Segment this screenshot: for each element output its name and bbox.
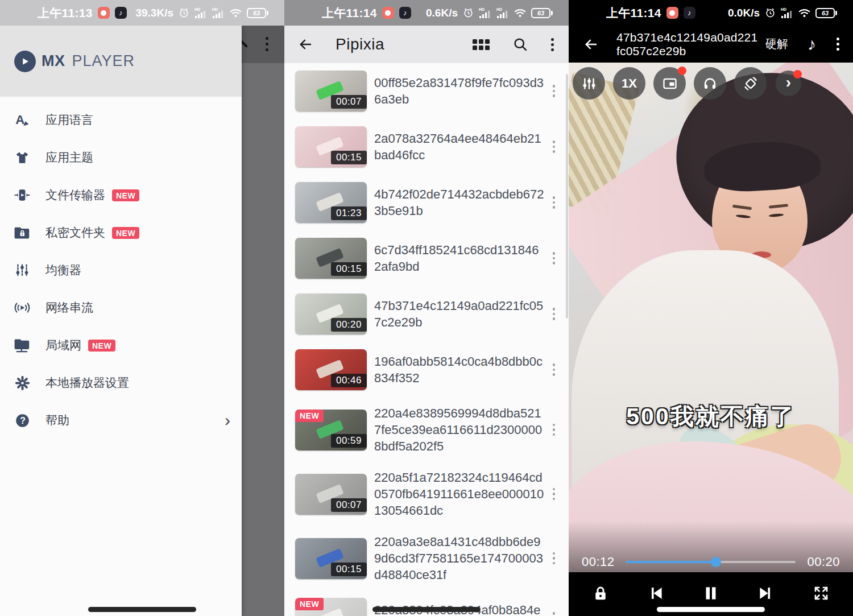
fullscreen-icon[interactable]	[809, 581, 834, 606]
video-folder-screen: 上午11:14 ♪ 0.6K/s HD HD 63 Pipixia	[284, 0, 569, 616]
svg-text:HD: HD	[479, 7, 485, 11]
search-icon[interactable]	[512, 36, 528, 52]
drawer-item[interactable]: 网络串流	[0, 289, 242, 326]
video-title: 47b371e4c12149a0ad221 fc057c2e29b	[616, 31, 759, 58]
drawer-item[interactable]: 文件传输器NEW	[0, 176, 242, 214]
overflow-menu-icon[interactable]	[549, 609, 559, 616]
video-thumbnail[interactable]: 00:07	[295, 474, 367, 515]
list-item[interactable]: 00:07 220a5f1a72182324c119464cd0570fb641…	[284, 462, 569, 526]
overflow-menu-icon[interactable]	[549, 549, 559, 568]
video-name: 2a078a32764a4ee48464eb21bad46fcc	[374, 130, 545, 163]
overflow-menu-icon[interactable]	[551, 38, 554, 51]
list-item[interactable]: 01:23 4b742f02de714432acbdeb6723b5e91b	[284, 175, 569, 230]
video-thumbnail[interactable]: 00:20	[295, 293, 367, 334]
duration-badge: 01:23	[331, 206, 367, 220]
wifi-icon	[798, 8, 810, 18]
video-thumbnail[interactable]: 00:15	[295, 538, 367, 579]
seek-bar[interactable]	[626, 561, 796, 563]
drawer-item[interactable]: ?帮助›	[0, 402, 242, 439]
video-thumbnail[interactable]: NEW 00:59	[295, 410, 367, 450]
grid-view-icon[interactable]	[473, 39, 490, 50]
list-item[interactable]: 00:15 2a078a32764a4ee48464eb21bad46fcc	[284, 119, 569, 175]
folder-toolbar: Pipixia	[284, 26, 569, 63]
drawer-item[interactable]: 私密文件夹NEW	[0, 214, 242, 251]
video-thumbnail[interactable]: 00:15	[295, 126, 367, 167]
drawer-item[interactable]: 本地播放器设置	[0, 364, 242, 402]
status-bar: 上午11:14 ♪ 0.6K/s HD HD 63	[284, 0, 569, 26]
video-surface[interactable]: 1X › 500我就不痛了	[569, 63, 853, 572]
video-thumbnail[interactable]: 00:07	[295, 71, 367, 111]
overflow-menu-icon[interactable]	[549, 193, 559, 212]
alarm-icon	[179, 7, 189, 18]
video-thumbnail[interactable]: 00:46	[295, 349, 367, 390]
lock-icon[interactable]	[588, 581, 613, 606]
screen-record-icon	[666, 7, 678, 19]
overflow-menu-icon[interactable]	[549, 137, 559, 156]
seek-bar-fill	[626, 561, 716, 563]
pause-icon[interactable]	[698, 581, 723, 606]
svg-text:A: A	[15, 113, 24, 127]
back-arrow-icon[interactable]	[297, 36, 314, 53]
screen-record-icon	[98, 7, 110, 19]
duration-badge: 00:59	[331, 434, 367, 448]
theme-icon	[14, 149, 31, 166]
overflow-menu-icon[interactable]	[549, 81, 559, 101]
list-item[interactable]: NEW 00:59 220a4e8389569994d8dba5217fe5ce…	[284, 398, 569, 462]
video-thumbnail[interactable]: 01:23	[295, 182, 367, 223]
duration-badge: 00:46	[331, 374, 367, 387]
duration-badge: 00:07	[331, 95, 367, 109]
list-item[interactable]: NEW 220a3804fc03a394af0b8a84e2	[284, 590, 569, 616]
video-name: 00ff85e2a831478f9fe7fc093d36a3eb	[374, 75, 545, 108]
overflow-menu-icon[interactable]	[549, 360, 559, 379]
seek-bar-thumb[interactable]	[711, 557, 721, 567]
video-name: 6c7d34ff185241c68cd1318462afa9bd	[374, 242, 545, 275]
music-note-icon[interactable]: ♪	[808, 35, 816, 54]
pip-icon[interactable]	[653, 67, 686, 100]
drawer-item[interactable]: A应用语言	[0, 101, 242, 139]
home-indicator[interactable]	[657, 607, 765, 612]
video-thumbnail[interactable]: 00:15	[295, 238, 367, 279]
overflow-menu-icon[interactable]	[549, 249, 559, 268]
list-item[interactable]: 00:07 00ff85e2a831478f9fe7fc093d36a3eb	[284, 63, 569, 119]
drawer-item[interactable]: 局域网NEW	[0, 326, 242, 364]
dimmed-toolbar	[242, 26, 284, 63]
dimmed-background[interactable]	[242, 26, 284, 616]
equalizer-icon[interactable]	[573, 67, 605, 100]
clock: 上午11:14	[606, 5, 661, 21]
skip-previous-icon[interactable]	[643, 581, 668, 606]
composite-screenshot: 上午11:13 ♪ 39.3K/s HD HD 63	[0, 0, 853, 616]
headphones-icon[interactable]	[694, 67, 726, 100]
status-bar: 上午11:14 ♪ 0.0K/s HD 63	[569, 0, 853, 26]
skip-next-icon[interactable]	[753, 581, 779, 606]
tiktok-icon: ♪	[399, 7, 411, 19]
overflow-menu-icon[interactable]	[549, 485, 559, 504]
duration-badge: 00:15	[331, 151, 367, 164]
settings-icon	[14, 374, 31, 391]
home-indicator[interactable]	[88, 607, 196, 612]
list-item[interactable]: 00:15 220a9a3e8a1431c48dbb6de99d6cd3f775…	[284, 526, 569, 590]
back-arrow-icon[interactable]	[582, 36, 599, 53]
overflow-menu-icon[interactable]	[549, 304, 559, 324]
hw-decode-button[interactable]: 硬解	[765, 36, 788, 52]
overflow-menu-icon[interactable]	[837, 38, 839, 51]
overflow-menu-icon[interactable]	[549, 420, 559, 440]
rotate-screen-icon[interactable]	[734, 67, 767, 100]
drawer-item[interactable]: 应用主题	[0, 139, 242, 176]
wifi-icon	[230, 8, 242, 18]
video-thumbnail[interactable]: NEW	[295, 598, 367, 616]
clock: 上午11:14	[322, 5, 377, 21]
video-player-screen: 上午11:14 ♪ 0.0K/s HD 63 47b371e4c12149a0a…	[569, 0, 853, 616]
list-item[interactable]: 00:46 196af0abb5814c0ca4b8dbb0c834f352	[284, 342, 569, 398]
list-item[interactable]: 00:20 47b371e4c12149a0ad221fc057c2e29b	[284, 286, 569, 342]
scrollbar[interactable]	[566, 74, 568, 319]
playback-speed-button[interactable]: 1X	[613, 67, 645, 100]
navigation-drawer: MXPLAYER A应用语言应用主题文件传输器NEW私密文件夹NEW均衡器网络串…	[0, 26, 242, 616]
new-badge: NEW	[88, 340, 115, 352]
list-item[interactable]: 00:15 6c7d34ff185241c68cd1318462afa9bd	[284, 230, 569, 286]
expand-chevron-icon[interactable]: ›	[776, 71, 801, 96]
hd-signal-icon: HD	[479, 7, 491, 19]
home-indicator[interactable]	[372, 607, 481, 612]
drawer-item-label: 本地播放器设置	[45, 375, 129, 391]
drawer-item-label: 应用主题	[45, 150, 93, 166]
drawer-item[interactable]: 均衡器	[0, 251, 242, 289]
